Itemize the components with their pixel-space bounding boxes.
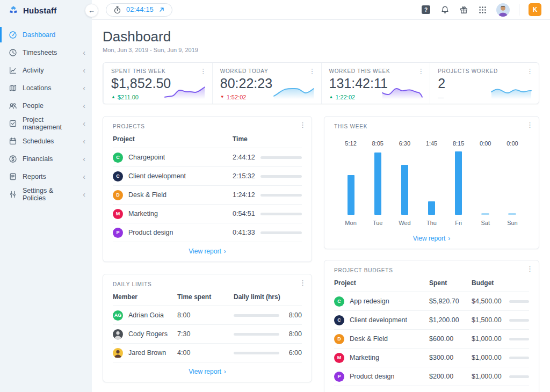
kebab-menu-icon[interactable]: ⋮: [200, 68, 207, 75]
stat-card: SPENT THIS WEEK $1,852.50 $211.00 ⋮: [103, 63, 212, 104]
time-value: 2:15:32: [233, 172, 256, 180]
bar-value-label: 5:12: [345, 140, 356, 147]
sidebar-item-icon: [9, 155, 17, 163]
sidebar-item-icon: [9, 172, 17, 181]
sidebar-item-label: Dashboard: [23, 31, 55, 39]
kebab-menu-icon[interactable]: ⋮: [526, 68, 533, 75]
limit-progress-bar: [234, 352, 279, 354]
project-avatar: C: [113, 153, 123, 163]
chart-column: 0:00Sun: [499, 140, 526, 226]
sidebar-collapse-button[interactable]: ←: [85, 4, 98, 17]
kebab-menu-icon[interactable]: ⋮: [309, 68, 316, 75]
member-name-link[interactable]: Jared Brown: [128, 349, 166, 357]
gift-icon[interactable]: [459, 5, 468, 14]
table-row: C Chargepoint 2:44:12: [113, 148, 302, 167]
project-name-link[interactable]: Desk & Field: [128, 191, 167, 199]
sidebar-item[interactable]: People ‹: [0, 97, 92, 114]
sidebar-item[interactable]: Activity ‹: [0, 61, 92, 79]
sidebar-item[interactable]: Reports ‹: [0, 168, 92, 185]
project-name-link[interactable]: Desk & Field: [350, 335, 388, 343]
stat-card: WORKED THIS WEEK 131:42:11 1:22:02 ⋮: [321, 63, 430, 104]
chart-column: 6:30Wed: [391, 140, 418, 226]
table-row: AG Adrian Goia 8:00 8:00: [113, 306, 302, 325]
member-name-link[interactable]: Cody Rogers: [128, 330, 168, 338]
sidebar-item[interactable]: Schedules ‹: [0, 132, 92, 150]
table-header: Project Time: [113, 135, 302, 148]
organization-badge[interactable]: K: [529, 3, 541, 16]
sidebar-item[interactable]: Timesheets ‹: [0, 43, 92, 61]
view-report-link[interactable]: View report›: [189, 248, 226, 255]
chevron-left-icon: ‹: [83, 155, 85, 163]
sidebar-item-label: Timesheets: [23, 49, 57, 56]
view-report-link[interactable]: View report›: [413, 235, 450, 242]
chevron-left-icon: ‹: [83, 137, 85, 145]
project-name-link[interactable]: Marketing: [128, 210, 158, 217]
budgets-table-body: C App redesign $5,920.70 $4,500.00: [334, 292, 529, 386]
project-name-link[interactable]: Product design: [128, 229, 173, 236]
sidebar-item-icon: [9, 84, 17, 92]
project-avatar: M: [334, 353, 344, 363]
dashboard-content: Dashboard Mon, Jun 3, 2019 - Sun, Jun 9,…: [92, 20, 550, 392]
x-axis-label: Sat: [481, 220, 490, 226]
sidebar-item[interactable]: Locations ‹: [0, 79, 92, 97]
open-timer-icon[interactable]: [158, 6, 165, 13]
kebab-menu-icon[interactable]: ⋮: [417, 68, 424, 75]
chevron-right-icon: ›: [224, 368, 226, 375]
bar-chart: 5:12Mon8:05Tue6:30Wed1:45Thu8:15Fri0:00S…: [334, 140, 529, 226]
time-value: 0:41:33: [233, 229, 256, 236]
table-row: M Marketing $300.00 $1,000.00: [334, 349, 529, 367]
projects-table-body: C Chargepoint 2:44:12: [113, 148, 302, 242]
sidebar-item-icon: [9, 137, 17, 146]
apps-grid-icon[interactable]: [477, 5, 487, 14]
help-icon[interactable]: ?: [421, 5, 431, 14]
kebab-menu-icon[interactable]: ⋮: [299, 279, 306, 286]
stat-label: SPENT THIS WEEK: [111, 68, 205, 74]
member-name-link[interactable]: Adrian Goia: [128, 311, 164, 319]
chart-bar: [481, 213, 489, 215]
view-report-link[interactable]: View report›: [189, 368, 226, 375]
notifications-bell-icon[interactable]: [440, 5, 450, 14]
limit-progress-bar: [234, 314, 279, 317]
budget-progress-bar: [509, 300, 529, 303]
sidebar-item[interactable]: Dashboard ‹: [0, 26, 92, 43]
bar-value-label: 0:00: [480, 140, 491, 147]
stopwatch-icon: [113, 6, 121, 14]
project-avatar: C: [334, 296, 344, 307]
bar-value-label: 8:05: [372, 140, 383, 147]
kebab-menu-icon[interactable]: ⋮: [526, 265, 533, 272]
sidebar-item-icon: [9, 101, 17, 110]
sidebar-item[interactable]: Project management ‹: [0, 114, 92, 132]
time-progress-bar: [260, 175, 302, 178]
bar-value-label: 6:30: [399, 140, 410, 147]
sidebar-item-label: Locations: [23, 84, 52, 92]
stat-card: WORKED TODAY 80:22:23 1:52:02 ⋮: [212, 63, 321, 104]
project-name-link[interactable]: Client development: [128, 172, 186, 180]
project-name-link[interactable]: Marketing: [350, 354, 379, 361]
user-avatar[interactable]: [496, 3, 510, 17]
sidebar-item[interactable]: Settings & Policies ‹: [0, 185, 92, 203]
table-header: Project Spent Budget: [334, 279, 529, 292]
kebab-menu-icon[interactable]: ⋮: [299, 121, 306, 128]
table-row: D Desk & Field 1:24:12: [113, 186, 302, 205]
table-row: Cody Rogers 7:30 8:00: [113, 325, 302, 344]
project-avatar: D: [113, 190, 123, 200]
project-name-link[interactable]: Product design: [350, 373, 394, 380]
time-progress-bar: [260, 156, 302, 159]
daily-limits-card: DAILY LIMITS ⋮ Member Time spent Daily l…: [103, 274, 312, 382]
kebab-menu-icon[interactable]: ⋮: [526, 121, 533, 128]
spent-value: $5,920.70: [429, 297, 472, 305]
timer-widget[interactable]: 02:44:15: [106, 3, 172, 17]
chevron-left-icon: ‹: [83, 191, 85, 198]
projects-card: PROJECTS ⋮ Project Time C: [103, 116, 312, 262]
project-name-link[interactable]: App redesign: [350, 297, 389, 305]
project-name-link[interactable]: Client development: [350, 316, 407, 324]
sidebar-item-label: Schedules: [23, 137, 54, 145]
card-title: THIS WEEK: [334, 124, 529, 129]
sidebar-item[interactable]: Financials ‹: [0, 150, 92, 168]
time-value: 1:24:12: [233, 191, 256, 199]
this-week-card: THIS WEEK ⋮ 5:12Mon8:05Tue6:30Wed1:45Thu…: [324, 116, 539, 249]
project-name-link[interactable]: Chargepoint: [128, 154, 165, 161]
brand-logo[interactable]: Hubstaff: [0, 0, 92, 20]
chart-bar: [401, 165, 408, 215]
time-progress-bar: [260, 231, 302, 234]
